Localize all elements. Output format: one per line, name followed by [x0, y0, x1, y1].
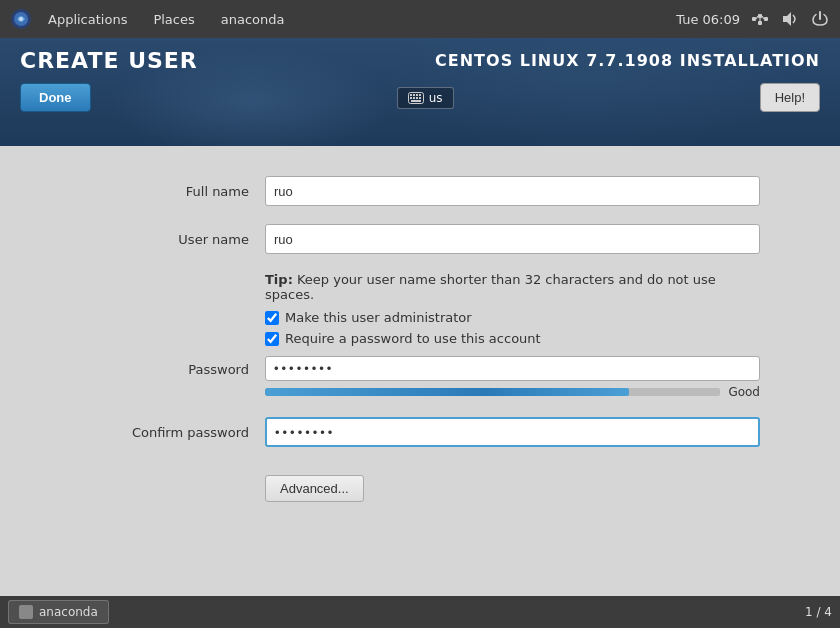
top-bar: Applications Places anaconda Tue 06:09 — [0, 0, 840, 38]
anaconda-menu[interactable]: anaconda — [211, 8, 295, 31]
strength-bar — [265, 388, 720, 396]
fullname-label: Full name — [80, 184, 265, 199]
username-label: User name — [80, 232, 265, 247]
svg-rect-14 — [416, 94, 418, 96]
header-top: CREATE USER CENTOS LINUX 7.7.1908 INSTAL… — [0, 38, 840, 77]
fullname-input[interactable] — [265, 176, 760, 206]
confirm-password-label: Confirm password — [80, 425, 265, 440]
svg-point-2 — [19, 17, 23, 21]
top-bar-left: Applications Places anaconda — [10, 8, 676, 31]
fullname-row: Full name — [80, 176, 760, 206]
power-icon[interactable] — [810, 9, 830, 29]
password-input-container: Good — [265, 356, 760, 399]
advanced-section: Advanced... — [80, 465, 760, 502]
svg-rect-17 — [413, 97, 415, 99]
password-input[interactable] — [265, 356, 760, 381]
applications-menu[interactable]: Applications — [38, 8, 137, 31]
places-menu[interactable]: Places — [143, 8, 204, 31]
done-button[interactable]: Done — [20, 83, 91, 112]
volume-icon[interactable] — [780, 9, 800, 29]
taskbar: anaconda 1 / 4 — [0, 596, 840, 628]
strength-fill — [265, 388, 629, 396]
header-bottom: Done us Help! — [0, 77, 840, 118]
tip-text: Tip: Keep your user name shorter than 32… — [265, 272, 760, 302]
fedora-logo-icon — [10, 8, 32, 30]
strength-label: Good — [728, 385, 760, 399]
keyboard-locale: us — [429, 91, 443, 105]
username-input[interactable] — [265, 224, 760, 254]
password-row: Password Good — [80, 356, 760, 399]
svg-line-7 — [756, 16, 758, 19]
admin-checkbox-row: Make this user administrator — [265, 310, 760, 325]
svg-rect-4 — [758, 14, 762, 18]
username-row: User name — [80, 224, 760, 254]
svg-rect-3 — [752, 17, 756, 21]
keyboard-indicator[interactable]: us — [397, 87, 454, 109]
header: CREATE USER CENTOS LINUX 7.7.1908 INSTAL… — [0, 38, 840, 146]
taskbar-item-label: anaconda — [39, 605, 98, 619]
password-label: Password — [80, 356, 265, 377]
taskbar-page-info: 1 / 4 — [805, 605, 832, 619]
top-bar-right: Tue 06:09 — [676, 9, 830, 29]
svg-line-8 — [762, 16, 764, 19]
network-icon[interactable] — [750, 9, 770, 29]
confirm-password-row: Confirm password — [80, 417, 760, 447]
require-password-label: Require a password to use this account — [285, 331, 541, 346]
taskbar-item-icon — [19, 605, 33, 619]
admin-checkbox-label: Make this user administrator — [285, 310, 472, 325]
help-button[interactable]: Help! — [760, 83, 820, 112]
taskbar-anaconda-item[interactable]: anaconda — [8, 600, 109, 624]
strength-bar-container: Good — [265, 385, 760, 399]
keyboard-icon — [408, 92, 424, 104]
require-password-checkbox[interactable] — [265, 332, 279, 346]
svg-marker-10 — [783, 12, 791, 26]
svg-rect-12 — [410, 94, 412, 96]
svg-rect-19 — [419, 97, 421, 99]
svg-rect-6 — [758, 21, 762, 25]
svg-rect-20 — [411, 100, 421, 102]
svg-rect-18 — [416, 97, 418, 99]
centos-title: CENTOS LINUX 7.7.1908 INSTALLATION — [435, 51, 820, 70]
svg-rect-13 — [413, 94, 415, 96]
tips-section: Tip: Keep your user name shorter than 32… — [265, 272, 760, 346]
clock: Tue 06:09 — [676, 12, 740, 27]
admin-checkbox[interactable] — [265, 311, 279, 325]
main-content: Full name User name Tip: Keep your user … — [0, 146, 840, 596]
confirm-password-input[interactable] — [265, 417, 760, 447]
create-user-title: CREATE USER — [20, 48, 198, 73]
password-checkbox-row: Require a password to use this account — [265, 331, 760, 346]
tip-bold: Tip: — [265, 272, 293, 287]
svg-rect-16 — [410, 97, 412, 99]
svg-rect-5 — [764, 17, 768, 21]
advanced-button[interactable]: Advanced... — [265, 475, 364, 502]
tip-content: Keep your user name shorter than 32 char… — [265, 272, 716, 302]
svg-rect-15 — [419, 94, 421, 96]
